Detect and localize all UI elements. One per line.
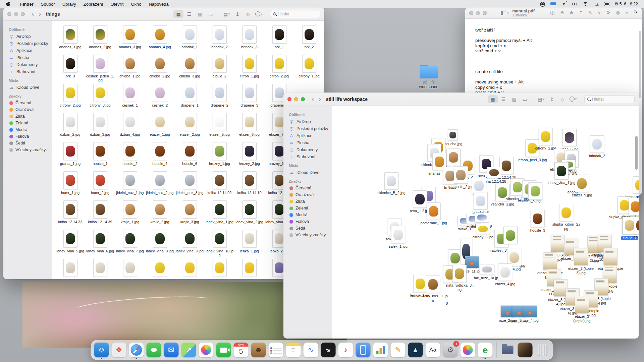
minimize-button[interactable] <box>476 11 480 15</box>
menu-item-zobrazení[interactable]: Zobrazení <box>80 2 107 7</box>
sidebar-tag-fialov[interactable]: Fialová <box>7 133 49 140</box>
file-item[interactable]: lemon_2.jpg <box>145 259 175 279</box>
file-item[interactable]: kniha 12.14.39 <box>85 200 115 230</box>
zoom-button[interactable] <box>21 12 25 16</box>
file-item[interactable]: lahev_vina_2.jpg <box>234 200 264 230</box>
finder-window-still-life-workspace[interactable]: ‹› still life workspace ▦☰▥▭▤∨↥◇⋯∨ Oblíb… <box>283 93 639 339</box>
file-item[interactable]: brindak_3 <box>234 25 264 55</box>
dock-item-contacts[interactable]: ☻ <box>251 343 266 357</box>
info-icon[interactable]: ⓘ <box>550 10 554 16</box>
dock-item-facetime[interactable] <box>216 343 231 357</box>
sidebar-tag-lut[interactable]: Žlutá <box>287 198 329 205</box>
apple-menu-icon[interactable] <box>6 1 10 7</box>
pdf-scrollbar[interactable] <box>639 31 641 98</box>
file-item[interactable]: draperie_1 <box>175 84 205 113</box>
file-item[interactable]: draperie_2 <box>205 84 234 113</box>
win2-search-field[interactable] <box>584 95 635 103</box>
close-button[interactable] <box>469 11 473 15</box>
workspace-file-item[interactable]: sklenice_B_2.jpg <box>376 172 407 195</box>
back-button[interactable]: ‹ <box>32 11 34 17</box>
file-item[interactable]: citrony_1.jpg <box>294 55 324 84</box>
sidebar-item-icloud-drive[interactable]: ☁iCloud Drive <box>7 84 49 91</box>
search-input[interactable] <box>278 12 315 16</box>
dock-item-messages[interactable]: ⬬ <box>146 343 162 357</box>
dock-item-calendar[interactable]: ČVN5 <box>233 343 249 357</box>
share-icon[interactable]: ↥ <box>579 10 583 16</box>
dock-item-playgrounds[interactable]: ▲ <box>408 343 423 357</box>
display-icon[interactable] <box>550 1 556 7</box>
rotate-icon[interactable]: ⟳ <box>607 10 610 16</box>
menu-item-nápověda[interactable]: Nápověda <box>145 2 172 7</box>
dock-item-numbers[interactable] <box>373 343 388 357</box>
sidebar-item-stahování[interactable]: ↓Stahování <box>7 68 49 75</box>
workspace-file-item[interactable]: etazer_3(kopie).jpg <box>567 296 597 323</box>
sidebar-item-stahování[interactable]: ↓Stahování <box>287 153 329 160</box>
dock-item-mail[interactable]: ✉ <box>164 343 179 357</box>
dock-item-iphone-mirroring[interactable] <box>356 343 371 357</box>
dock-item-notes[interactable]: ≡ <box>286 343 301 357</box>
file-item[interactable]: etazer_6.jpg <box>234 113 264 142</box>
file-item[interactable]: chleba_1.jpg <box>115 55 145 84</box>
win1-search-field[interactable] <box>270 10 320 18</box>
workspace-file-item[interactable]: etazer_3 (kopie3).jpg <box>566 248 596 275</box>
sidebar-tag-lut[interactable]: Žlutá <box>7 113 49 120</box>
dock-item-finder[interactable]: ☺ <box>94 343 109 357</box>
forward-button[interactable]: › <box>39 11 41 17</box>
file-item[interactable]: kniha 12.14.33 <box>55 200 85 230</box>
sidebar-item-poslední-položky[interactable]: ◷Poslední položky <box>7 40 49 47</box>
file-item[interactable]: lebka_1.jpg <box>234 230 264 259</box>
view-grid-icon[interactable]: ▦ <box>173 10 183 18</box>
group-by-icon[interactable]: ▤∨ <box>536 95 546 103</box>
file-item[interactable]: humr_2.jpg <box>85 171 115 200</box>
minimize-button[interactable] <box>294 97 298 101</box>
zoom-button[interactable] <box>483 11 487 15</box>
file-item[interactable]: citrony_2.jpg <box>55 84 85 113</box>
adobe-creative-cloud-icon[interactable] <box>540 1 545 7</box>
file-item[interactable]: citron_2.jpg <box>264 55 294 84</box>
sidebar-tag-ed[interactable]: Šedá <box>287 225 329 232</box>
sidebar-tag-modr[interactable]: Modrá <box>7 126 49 133</box>
workspace-file-item[interactable] <box>520 182 550 200</box>
file-item[interactable]: humr_1.jpg <box>55 171 85 200</box>
more-actions-icon[interactable]: ⋯∨ <box>254 10 264 18</box>
file-item[interactable]: granat_1.jpg <box>55 142 85 171</box>
menu-item-soubor[interactable]: Soubor <box>37 2 59 7</box>
sidebar-item-poslední-položky[interactable]: ◷Poslední položky <box>287 125 329 132</box>
view-grid-icon[interactable]: ▦ <box>488 95 498 103</box>
file-item[interactable]: hrozny_1.jpg <box>205 142 234 171</box>
file-item[interactable]: etazer_5.jpg <box>205 113 234 142</box>
chevron-down-icon[interactable]: ∨ <box>506 11 509 15</box>
sidebar-item-aplikace[interactable]: AAplikace <box>287 132 329 139</box>
file-item[interactable]: dzban_3.jpg <box>85 113 115 142</box>
file-item[interactable]: housle_6 <box>175 142 205 171</box>
pdf-titlebar[interactable]: ∨ manual.pdf 1 stránka ⓘ⊖⊕↥✎∨⟳◎» <box>465 7 642 19</box>
file-item[interactable]: chleba_3.jpg <box>175 55 205 84</box>
menu-clock[interactable]: čt 5. 6., 8:22 <box>615 2 638 6</box>
file-item[interactable]: lemon_peel_1.jpg <box>175 259 205 279</box>
win2-titlebar[interactable]: ‹› still life workspace ▦☰▥▭▤∨↥◇⋯∨ <box>283 93 639 106</box>
file-item[interactable]: lahev_vina_10.jpg <box>205 230 234 259</box>
sidebar-item-plocha[interactable]: ▭Plocha <box>287 139 329 146</box>
file-item[interactable]: dzban_4.jpg <box>115 113 145 142</box>
sidebar-tag-vechnyznaky[interactable]: Všechny značky… <box>7 146 49 153</box>
view-gallery-icon[interactable]: ▭ <box>206 10 216 18</box>
dock-item-tv[interactable]: tv <box>321 343 336 357</box>
close-button[interactable] <box>7 12 11 16</box>
workspace-file-item[interactable]: pomeranc_1.jpg <box>419 202 449 225</box>
file-item[interactable]: krajic_2.jpg <box>145 200 175 230</box>
dock-item-music[interactable]: ♪ <box>338 343 354 357</box>
share-icon[interactable]: ↥ <box>232 10 243 18</box>
sidebar-tag-ed[interactable]: Šedá <box>7 140 49 146</box>
close-button[interactable] <box>287 97 291 101</box>
view-list-icon[interactable]: ☰ <box>184 10 194 18</box>
file-item[interactable]: brk_3 <box>55 55 85 84</box>
workspace-file-item[interactable]: vaza_6.jpg <box>554 129 585 152</box>
file-item[interactable]: lebka_4.jpg <box>55 259 85 279</box>
file-item[interactable]: housle_1 <box>85 142 115 171</box>
file-item[interactable]: česnek_1 <box>115 84 145 113</box>
file-item[interactable]: draperie_3 <box>234 84 264 113</box>
sidebar-item-plocha[interactable]: ▭Plocha <box>7 54 49 61</box>
dock-item-reminders[interactable] <box>268 343 284 357</box>
file-item[interactable]: ananas_2.jpg <box>85 25 115 55</box>
file-item[interactable]: citrony_3.jpg <box>85 84 115 113</box>
